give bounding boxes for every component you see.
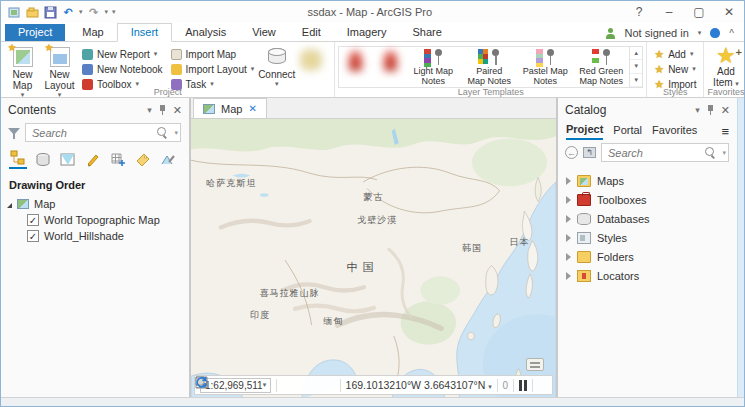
map-canvas[interactable]: 哈萨克斯坦 蒙古 戈壁沙漠 韩国 日本 中国 喜马拉雅山脉 印度 缅甸 1:62… (191, 119, 556, 399)
list-by-snapping-icon[interactable] (109, 152, 127, 169)
redo-dropdown-icon[interactable]: ▾ (105, 8, 109, 16)
catalog-item-maps[interactable]: Maps (560, 171, 735, 190)
expand-collapse-icon[interactable] (7, 198, 12, 208)
layer-checkbox[interactable]: ✓ (27, 230, 39, 242)
tab-edit[interactable]: Edit (289, 24, 334, 41)
close-button[interactable]: ✕ (714, 2, 744, 22)
list-by-data-source-icon[interactable] (34, 152, 52, 169)
tab-view[interactable]: View (239, 24, 289, 41)
gallery-scroll-down-icon[interactable]: ▼ (630, 60, 642, 73)
styles-add-button[interactable]: ★Add▾ (654, 47, 696, 61)
layer-row-topographic[interactable]: ✓ World Topographic Map (1, 212, 189, 228)
filter-icon[interactable] (8, 127, 20, 139)
catalog-hamburger-icon[interactable]: ≡ (721, 124, 729, 139)
minimize-button[interactable]: – (654, 2, 684, 22)
pastel-map-notes-item[interactable]: Pastel Map Notes (517, 47, 573, 87)
new-project-icon[interactable] (7, 5, 21, 19)
styles-new-label: New (668, 64, 688, 75)
light-map-notes-item[interactable]: Light Map Notes (405, 47, 461, 87)
gallery-item-label: Map Notes (468, 77, 512, 87)
tab-analysis[interactable]: Analysis (172, 24, 239, 41)
light-map-notes-icon (424, 49, 443, 67)
catalog-item-locators[interactable]: Locators (560, 266, 735, 285)
catalog-tab-project[interactable]: Project (566, 123, 603, 140)
search-options-icon[interactable]: ▾ (174, 129, 178, 137)
layer-checkbox[interactable]: ✓ (27, 214, 39, 226)
tab-project[interactable]: Project (5, 24, 65, 41)
expand-icon[interactable] (566, 234, 571, 242)
catalog-item-folders[interactable]: Folders (560, 247, 735, 266)
contents-pin-icon[interactable] (159, 105, 166, 115)
connect-button[interactable]: Connect▾ (258, 44, 295, 88)
catalog-tab-portal[interactable]: Portal (613, 124, 642, 139)
catalog-item-databases[interactable]: Databases (560, 209, 735, 228)
layer-label: World_Hillshade (44, 230, 124, 242)
back-icon[interactable]: ← (565, 146, 578, 159)
contents-close-icon[interactable]: ✕ (173, 104, 182, 117)
catalog-item-label: Styles (597, 232, 627, 244)
search-options-icon[interactable]: ▾ (722, 149, 726, 157)
catalog-menu-icon[interactable]: ▾ (695, 105, 700, 115)
expand-icon[interactable] (566, 215, 571, 223)
catalog-tab-favorites[interactable]: Favorites (652, 124, 697, 139)
contents-menu-icon[interactable]: ▾ (147, 105, 152, 115)
sign-in-dropdown-icon[interactable]: ▾ (698, 29, 702, 37)
catalog-pin-icon[interactable] (707, 105, 714, 115)
attribution-icon[interactable] (526, 358, 544, 371)
quick-access-toolbar: ↶▾ ↷▾ ▾ (1, 5, 116, 19)
map-document-tab[interactable]: Map ✕ (193, 98, 267, 118)
expand-icon[interactable] (566, 196, 571, 204)
paired-map-notes-item[interactable]: Paired Map Notes (461, 47, 517, 87)
up-one-level-icon[interactable]: ↰ (583, 147, 596, 158)
redo-button[interactable]: ↷ (87, 5, 101, 19)
redacted-gallery-items (339, 47, 405, 87)
save-project-icon[interactable] (43, 5, 57, 19)
help-button[interactable]: ? (624, 2, 654, 22)
list-by-charts-icon[interactable] (159, 152, 177, 169)
map-label-himalayas: 喜马拉雅山脉 (260, 286, 320, 299)
group-label-styles: Styles (647, 87, 703, 97)
list-by-drawing-order-icon[interactable] (9, 150, 27, 169)
red-green-map-notes-item[interactable]: Red Green Map Notes (573, 47, 629, 87)
add-item-button[interactable]: ★+ Add Item ▾ (707, 44, 744, 88)
sign-in-status[interactable]: Not signed in (625, 27, 689, 39)
list-by-selection-icon[interactable] (59, 152, 77, 169)
map-tab-close-icon[interactable]: ✕ (248, 103, 256, 114)
tab-insert[interactable]: Insert (117, 23, 173, 42)
catalog-close-icon[interactable]: ✕ (721, 104, 730, 117)
list-by-editing-icon[interactable] (84, 152, 102, 169)
import-map-button[interactable]: Import Map (171, 47, 255, 61)
import-layout-button[interactable]: Import Layout▾ (171, 62, 255, 76)
new-report-label: New Report (97, 49, 150, 60)
tab-share[interactable]: Share (400, 24, 455, 41)
databases-icon (577, 213, 591, 225)
gallery-item-label: Notes (534, 77, 558, 87)
open-project-icon[interactable] (25, 5, 39, 19)
tab-map[interactable]: Map (69, 24, 116, 41)
notifications-icon[interactable] (710, 28, 720, 38)
gallery-expand-icon[interactable]: ▼ (630, 74, 642, 87)
new-notebook-button[interactable]: New Notebook (82, 62, 163, 76)
undo-button[interactable]: ↶ (61, 5, 75, 19)
list-by-labeling-icon[interactable] (134, 152, 152, 169)
expand-icon[interactable] (566, 253, 571, 261)
map-label-mongolia: 蒙古 (364, 191, 384, 204)
tab-imagery[interactable]: Imagery (334, 24, 400, 41)
collapse-ribbon-icon[interactable]: ^ (729, 28, 734, 39)
styles-new-button[interactable]: ★New▾ (654, 62, 696, 76)
expand-icon[interactable] (566, 177, 571, 185)
gallery-scroll-up-icon[interactable]: ▲ (630, 47, 642, 60)
map-tree-item[interactable]: Map (1, 196, 189, 212)
map-item-label: Map (34, 198, 55, 210)
undo-dropdown-icon[interactable]: ▾ (79, 8, 83, 16)
layer-row-hillshade[interactable]: ✓ World_Hillshade (1, 228, 189, 244)
map-tab-label: Map (221, 103, 242, 115)
new-report-button[interactable]: New Report▾ (82, 47, 163, 61)
maximize-button[interactable]: ▢ (684, 2, 714, 22)
add-item-dropdown-icon[interactable]: ▾ (735, 80, 739, 87)
catalog-item-styles[interactable]: Styles (560, 228, 735, 247)
expand-icon[interactable] (566, 272, 571, 280)
gallery-item-label: Notes (422, 77, 446, 87)
catalog-item-toolboxes[interactable]: Toolboxes (560, 190, 735, 209)
refresh-icon[interactable] (538, 379, 547, 392)
